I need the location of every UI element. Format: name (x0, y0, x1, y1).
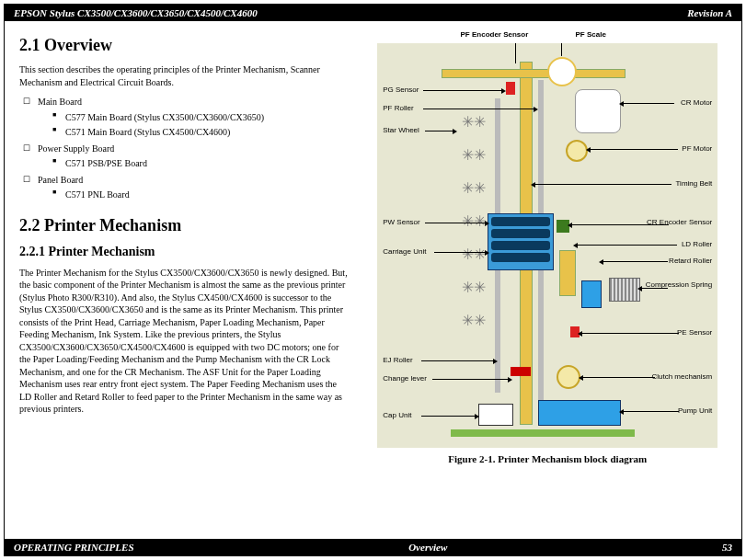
page-header: EPSON Stylus CX3500/CX3600/CX3650/CX4500… (5, 5, 741, 21)
list-item-label: C571 Main Board (Stylus CX4500/CX4600) (65, 127, 230, 137)
leader (423, 109, 534, 109)
label-clutch-mechanism: Clutch mechanism (651, 372, 712, 381)
leader (578, 245, 677, 246)
label-pf-roller: PF Roller (383, 104, 413, 112)
section-2-2-1-body: The Printer Mechanism for the Stylus CX3… (19, 267, 350, 416)
section-2-1-intro: This section describes the operating pri… (19, 63, 350, 88)
retard-roller-block (581, 280, 602, 308)
footer-page-number: 53 (722, 542, 732, 553)
label-timing-belt: Timing Belt (676, 179, 713, 188)
label-pf-scale: PF Scale (576, 30, 606, 39)
printer-mechanism-diagram: ✳✳ ✳✳ ✳✳ ✳✳ ✳✳ ✳✳ ✳✳ (377, 43, 717, 448)
footer-center: Overview (408, 542, 447, 553)
leader (582, 333, 679, 334)
label-ej-roller: EJ Roller (383, 356, 412, 364)
pf-motor-gear (566, 140, 588, 162)
leader (583, 377, 655, 378)
pf-scale-disc (547, 57, 577, 86)
label-pf-motor: PF Motor (682, 144, 712, 153)
leader (515, 43, 516, 63)
label-change-lever: Change lever (383, 374, 427, 383)
list-item: Main Board C577 Main Board (Stylus CX350… (23, 96, 350, 139)
leader (624, 411, 679, 412)
leader (425, 131, 453, 131)
list-item-label: Main Board (38, 97, 82, 107)
star-wheel-column: ✳✳ ✳✳ ✳✳ ✳✳ ✳✳ ✳✳ ✳✳ (455, 108, 492, 383)
base-bar (451, 429, 635, 437)
label-pe-sensor: PE Sensor (677, 328, 712, 337)
label-carriage-unit: Carriage Unit (383, 247, 426, 256)
list-item: Power Supply Board C571 PSB/PSE Board (23, 143, 350, 170)
section-2-2-heading: 2.2 Printer Mechanism (19, 214, 350, 236)
leader (572, 224, 669, 225)
leader (603, 261, 668, 262)
label-ld-roller: LD Roller (682, 240, 712, 248)
list-item-label: C577 Main Board (Stylus CX3500/CX3600/CX… (65, 112, 264, 122)
list-item-label: C571 PNL Board (65, 189, 130, 200)
leader (421, 360, 493, 361)
page-content: 2.1 Overview This section describes the … (5, 21, 741, 464)
section-2-1-heading: 2.1 Overview (19, 34, 350, 56)
label-pw-sensor: PW Sensor (383, 218, 419, 226)
page-footer: OPERATING PRINCIPLES Overview 53 (5, 539, 741, 555)
list-item: C571 PSB/PSE Board (52, 157, 350, 170)
pump-unit-block (538, 400, 621, 426)
figure-caption: Figure 2-1. Printer Mechanism block diag… (369, 453, 727, 464)
pg-sensor-block (506, 82, 515, 95)
leader (535, 184, 671, 185)
list-item: C571 Main Board (Stylus CX4500/CX4600) (52, 126, 350, 139)
leader (561, 43, 562, 56)
figure-column: PF Encoder Sensor PF Scale ✳✳ ✳ (369, 30, 727, 464)
leader (421, 416, 475, 417)
page: EPSON Stylus CX3500/CX3600/CX3650/CX4500… (4, 4, 742, 556)
top-rail (442, 69, 625, 78)
list-item: C571 PNL Board (52, 189, 350, 201)
label-pg-sensor: PG Sensor (383, 86, 419, 94)
leader (423, 90, 501, 91)
label-cr-motor: CR Motor (681, 98, 712, 107)
cr-motor-block (575, 89, 621, 133)
leader (432, 379, 508, 380)
change-lever-block (511, 367, 531, 376)
label-pf-encoder-sensor: PF Encoder Sensor (461, 30, 529, 39)
list-item-label: C571 PSB/PSE Board (65, 158, 147, 168)
label-star-wheel: Star Wheel (383, 126, 419, 134)
cap-unit-block (478, 404, 513, 426)
list-item-label: Panel Board (38, 175, 83, 185)
ld-roller-block (559, 250, 576, 296)
leader (425, 223, 485, 223)
leader (591, 149, 678, 150)
clutch-gear (557, 365, 580, 389)
compression-spring-block (609, 278, 640, 302)
label-pump-unit: Pump Unit (678, 406, 712, 415)
header-revision: Revision A (687, 7, 732, 18)
section-2-2-1-heading: 2.2.1 Printer Mechanism (19, 244, 350, 261)
carriage-unit-block (488, 213, 554, 270)
leader (624, 103, 674, 104)
list-item: Panel Board C571 PNL Board (23, 174, 350, 201)
footer-left: OPERATING PRINCIPLES (14, 542, 134, 553)
leader (434, 252, 485, 253)
label-cap-unit: Cap Unit (383, 411, 411, 419)
text-column: 2.1 Overview This section describes the … (19, 30, 350, 464)
leader (642, 288, 668, 289)
header-title: EPSON Stylus CX3500/CX3600/CX3650/CX4500… (14, 7, 258, 18)
list-item: C577 Main Board (Stylus CX3500/CX3600/CX… (52, 111, 350, 124)
board-list: Main Board C577 Main Board (Stylus CX350… (19, 96, 350, 201)
label-retard-roller: Retard Roller (669, 257, 712, 265)
list-item-label: Power Supply Board (38, 143, 114, 154)
